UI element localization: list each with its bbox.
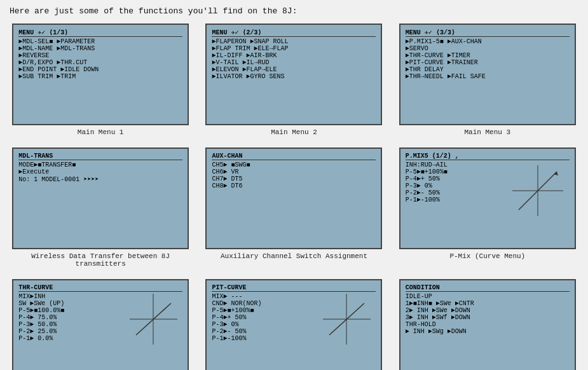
caption-menu2: Main Menu 2 [271,128,317,136]
cell-menu1: MENU ✈✓ ⟨1/3⟩►MDL-SEL■ ►PARAMETER►MDL-NA… [10,24,191,136]
cell-menu3: MENU ✈✓ ⟨3/3⟩►P.MIX1-5■ ►AUX-CHAN ►SERVO… [397,24,578,136]
screen-auxchan: AUX-CHANCH5► ■SWG■CH6► VRCH7► DT5CH8► DT… [205,147,382,249]
caption-wireless: Wireless Data Transfer between 8J transm… [12,252,189,268]
caption-menu1: Main Menu 1 [78,128,124,136]
screenshot-grid: MENU ✈✓ ⟨1/3⟩►MDL-SEL■ ►PARAMETER►MDL-NA… [10,24,578,370]
screen-menu2: MENU ✈✓ ⟨2/3⟩►FLAPERON ►SNAP ROLL►FLAP T… [205,24,382,125]
screen-menu3: MENU ✈✓ ⟨3/3⟩►P.MIX1-5■ ►AUX-CHAN ►SERVO… [399,24,576,125]
cell-wireless: MDL-TRANS MODE►■TRANSFER■ ►ExecuteNo: 1 … [10,147,191,268]
cell-pmix: P.MIX5 (1/2) ,INH:RUD→AILP-5►■+100%■P-4►… [397,147,578,268]
cell-menu2: MENU ✈✓ ⟨2/3⟩►FLAPERON ►SNAP ROLL►FLAP T… [203,24,385,136]
screen-wireless: MDL-TRANS MODE►■TRANSFER■ ►ExecuteNo: 1 … [12,147,189,249]
screen-pitcurve: PIT-CURVE MIX► ---CND► NOR(NOR)P-5►■+100… [205,279,382,370]
cell-pitcurve: PIT-CURVE MIX► ---CND► NOR(NOR)P-5►■+100… [203,279,385,370]
screen-menu1: MENU ✈✓ ⟨1/3⟩►MDL-SEL■ ►PARAMETER►MDL-NA… [12,24,189,125]
page-header: Here are just some of the functions you'… [10,6,578,16]
cell-auxchan: AUX-CHANCH5► ■SWG■CH6► VRCH7► DT5CH8► DT… [203,147,385,268]
cell-condition: CONDITION IDLE-UP 1►■INH■ ►SWe ►CNTR 2► … [397,279,578,370]
cell-thrcurve: THR-CURVE MIX►INHSW ►SWe (UP)P-5►■100.0%… [10,279,191,370]
caption-pmix: P-Mix (Curve Menu) [449,252,525,260]
screen-pmix: P.MIX5 (1/2) ,INH:RUD→AILP-5►■+100%■P-4►… [399,147,576,249]
caption-menu3: Main Menu 3 [465,128,511,136]
screen-condition: CONDITION IDLE-UP 1►■INH■ ►SWe ►CNTR 2► … [399,279,576,370]
screen-thrcurve: THR-CURVE MIX►INHSW ►SWe (UP)P-5►■100.0%… [12,279,189,370]
caption-auxchan: Auxiliary Channel Switch Assignment [221,252,367,260]
